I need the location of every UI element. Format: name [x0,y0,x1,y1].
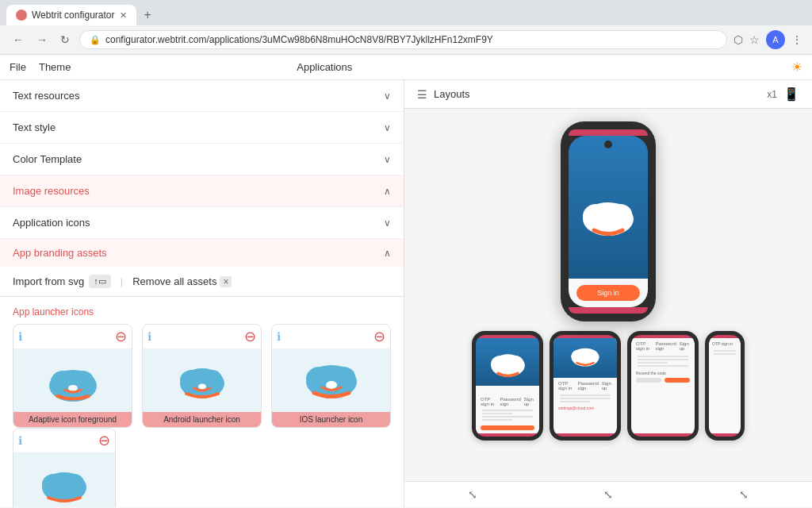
app-title: Applications [297,61,352,73]
expand-left-icon[interactable]: ⤡ [462,485,484,504]
sp3-tab-password: Password sign [655,341,676,351]
address-bar: ← → ↻ 🔒 configurator.webtrit.com/applica… [0,25,812,54]
theme-toggle-button[interactable]: ☀ [791,60,802,75]
info-button-adaptive[interactable]: ℹ [18,330,22,343]
sp1-tab-signup: Sign up [524,397,534,406]
expand-center-icon[interactable]: ⤡ [597,485,619,504]
remove-ios-button[interactable]: ⊖ [373,328,385,345]
remove-x-icon: × [220,276,232,287]
remove-adaptive-button[interactable]: ⊖ [115,328,127,345]
import-remove-bar: Import from svg ↑▭ | Remove all assets × [0,267,404,297]
svg-point-7 [198,384,206,390]
new-tab-button[interactable]: + [140,5,156,25]
remove-web-button[interactable]: ⊖ [98,432,110,449]
sp3-form [636,354,690,368]
sp2-line3 [560,401,590,402]
sp1-tab-password: Password sign [500,397,520,406]
sp1-line3 [482,416,533,418]
phone-signin-button[interactable]: Sign in [576,285,640,301]
star-icon[interactable]: ☆ [749,33,760,46]
sp1-form [481,408,534,422]
application-icons-chevron: ∨ [384,217,391,229]
sp1-bottom [476,433,539,437]
tab-close-button[interactable]: ✕ [120,10,127,21]
ios-icon-card: ℹ ⊖ IOS launcher icon [271,324,391,428]
tab-bar: Webtrit configurator ✕ + [0,0,812,25]
sp3-tab-signup: Sign up [680,341,690,351]
app-branding-chevron: ∧ [384,248,391,259]
web-launcher-card: ℹ ⊖ WEB launcher icon [13,428,116,507]
application-icons-section[interactable]: Application icons ∨ [0,207,404,239]
adaptive-icon-image [13,348,132,412]
svg-point-13 [42,474,66,495]
text-style-section[interactable]: Text style ∨ [0,112,404,144]
sp3-line1 [638,356,688,357]
url-text: configurator.webtrit.com/applications/3u… [105,34,493,45]
svg-point-16 [583,204,610,228]
svg-point-22 [571,349,586,362]
tab-favicon [16,10,27,21]
sp2-tab-password: Password sign [577,381,598,391]
file-menu[interactable]: File [10,61,26,73]
expand-right-icon[interactable]: ⤡ [733,485,755,504]
main-phone-inner: Sign in [569,136,648,307]
cast-icon[interactable]: ⬡ [733,33,743,46]
active-tab[interactable]: Webtrit configurator ✕ [6,5,136,25]
sp4-form [712,348,737,356]
sp2-link: settings@cloud.com [558,406,612,410]
text-style-label: Text style [13,121,56,133]
ios-icon-image [272,348,390,412]
android-icon-image [143,348,261,412]
main-phone: Sign in [561,121,656,321]
app-branding-header[interactable]: App branding assets ∧ [0,239,404,267]
image-resources-section[interactable]: Image resources ∧ [0,175,404,207]
tab-label: Webtrit configurator [32,10,115,21]
remove-android-button[interactable]: ⊖ [244,328,256,345]
card-top-adaptive: ℹ ⊖ [13,325,132,348]
phone-border-bottom [569,307,648,314]
back-button[interactable]: ← [10,30,27,49]
adaptive-icon-label: Adaptive icon foreground [13,412,132,427]
theme-menu[interactable]: Theme [39,61,71,73]
small-phone-2: OTP sign in Password sign Sign up [550,331,621,441]
small-phone-1: OTP sign in Password sign Sign up [472,331,543,441]
svg-point-19 [491,356,509,371]
sp3-bottom [631,433,695,437]
import-label: Import from svg [13,275,84,287]
svg-point-3 [68,385,78,391]
menu-dots-icon[interactable]: ⋮ [791,33,802,46]
zoom-level: x1 [767,89,777,100]
user-avatar[interactable]: A [766,30,785,49]
forward-button[interactable]: → [33,30,51,49]
separator: | [121,275,123,287]
info-button-android[interactable]: ℹ [147,330,151,343]
address-actions: ⬡ ☆ A ⋮ [733,30,802,49]
app-layout: File Theme Applications ☀ Text resources… [0,55,812,507]
import-svg-button[interactable]: Import from svg ↑▭ [13,275,111,288]
layouts-label: Layouts [434,88,470,100]
sp3-resend: Resend the code [636,371,690,375]
small-phone-2-inner: OTP sign in Password sign Sign up [553,335,617,437]
text-resources-section[interactable]: Text resources ∨ [0,80,404,112]
color-template-section[interactable]: Color Template ∨ [0,144,404,175]
icon-cards-grid: ℹ ⊖ Adaptive icon foreground [0,324,404,428]
text-resources-chevron: ∨ [384,90,391,102]
app-launcher-label: App launcher icons [0,297,404,324]
remove-all-button[interactable]: Remove all assets × [132,275,232,287]
sp2-tab-otp: OTP sign in [558,381,574,391]
device-icon[interactable]: 📱 [783,87,799,102]
remove-label: Remove all assets [132,275,216,287]
sp1-line1 [482,410,533,411]
web-icon-image [13,452,115,507]
lock-icon: 🔒 [90,35,101,45]
sp4-line1 [714,350,736,352]
reload-button[interactable]: ↻ [57,30,73,49]
svg-point-20 [508,356,523,370]
info-button-ios[interactable]: ℹ [277,330,281,343]
svg-point-14 [63,474,84,491]
sp2-bottom [553,433,617,437]
sp1-line4 [482,419,512,421]
info-button-web[interactable]: ℹ [18,434,22,447]
main-phone-screen [569,136,648,279]
url-bar[interactable]: 🔒 configurator.webtrit.com/applications/… [79,30,727,49]
